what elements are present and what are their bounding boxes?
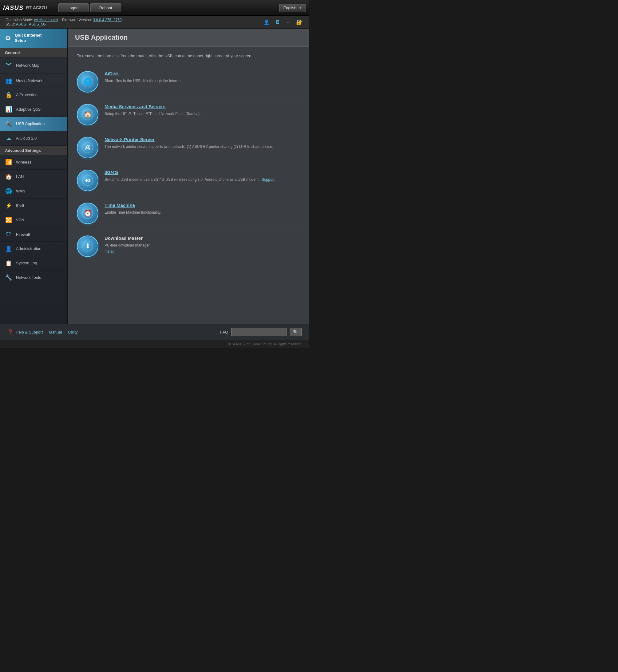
aidisk-desc: Share files in the USB disk through the … — [105, 78, 300, 84]
faq-search-input[interactable] — [231, 328, 287, 336]
faq-label: FAQ — [220, 330, 228, 334]
lan-icon: 🏠 — [5, 174, 12, 180]
time-machine-link[interactable]: Time Machine — [105, 203, 135, 208]
network-tools-icon: 🔧 — [5, 274, 12, 281]
sidebar-label-lan: LAN — [16, 174, 24, 179]
time-machine-icon: ⏰ — [77, 203, 98, 224]
sidebar-item-adaptive-qos[interactable]: 📊 Adaptive QoS — [0, 102, 67, 117]
sidebar-label-vpn: VPN — [16, 218, 24, 222]
sidebar-label-adaptive-qos: Adaptive QoS — [16, 107, 40, 112]
sidebar-item-system-log[interactable]: 📋 System Log — [0, 256, 67, 270]
media-services-link[interactable]: Media Services and Servers — [105, 104, 166, 109]
usb-icon-button[interactable]: 🖥 — [274, 19, 281, 25]
settings-icon-button[interactable]: 🔐 — [295, 19, 303, 26]
sidebar-item-quick-setup[interactable]: ⚙ Quick InternetSetup — [0, 29, 67, 48]
time-machine-details: Time Machine Enable Time Machine functio… — [105, 203, 300, 215]
sidebar-label-ipv6: IPv6 — [16, 203, 24, 208]
operation-mode-value[interactable]: wireless router — [34, 18, 58, 22]
sidebar-item-wireless[interactable]: 📶 Wireless — [0, 155, 67, 170]
media-services-icon: 🏠 — [77, 104, 98, 125]
sidebar-item-aicloud[interactable]: ☁ AiCloud 2.0 — [0, 131, 67, 146]
sidebar-item-ipv6[interactable]: ⚡ IPv6 — [0, 199, 67, 213]
sidebar-item-aiprotection[interactable]: 🔒 AiProtection — [0, 88, 67, 102]
reboot-button[interactable]: Reboot — [90, 3, 121, 12]
language-label: English — [283, 6, 296, 10]
usb-app-item-media-services: 🏠 Media Services and Servers Setup the U… — [77, 98, 300, 131]
manual-link[interactable]: Manual — [49, 330, 62, 334]
printer-link[interactable]: Network Printer Server — [105, 137, 154, 142]
aicloud-icon: ☁ — [5, 135, 12, 142]
language-selector[interactable]: English ▼ — [279, 4, 306, 12]
footer-right: FAQ 🔍 — [220, 328, 302, 336]
sidebar-label-wireless: Wireless — [16, 160, 31, 164]
aidisk-link[interactable]: AiDisk — [105, 71, 119, 76]
sidebar-label-wan: WAN — [16, 189, 25, 193]
content-body: To remove the hard disk from the router,… — [68, 47, 309, 269]
sidebar-label-system-log: System Log — [16, 261, 37, 265]
sidebar-label-usb-application: USB Application — [16, 121, 44, 126]
svg-text:⬇: ⬇ — [85, 242, 90, 250]
status-info: Operation Mode: wireless router Firmware… — [6, 18, 122, 26]
footer: ❓ Help & Support Manual | Utility FAQ 🔍 — [0, 324, 309, 340]
operation-mode-label: Operation Mode: — [6, 18, 33, 22]
system-log-icon: 📋 — [5, 260, 12, 266]
intro-text: To remove the hard disk from the router,… — [77, 53, 300, 58]
3g4g-support-link[interactable]: Support — [262, 178, 275, 182]
usb-app-list: 🌐 AiDisk Share files in the USB disk thr… — [77, 66, 300, 262]
usb-app-item-3g4g: 4G 3G/4G Switch to USB mode to use a 3G/… — [77, 164, 300, 197]
sidebar-label-administration: Administration — [16, 246, 41, 251]
logout-button[interactable]: Logout — [59, 3, 89, 12]
svg-text:🌐: 🌐 — [84, 78, 92, 86]
3g4g-details: 3G/4G Switch to USB mode to use a 3G/4G … — [105, 170, 300, 182]
usb-app-item-aidisk: 🌐 AiDisk Share files in the USB disk thr… — [77, 66, 300, 98]
help-support-link[interactable]: Help & Support — [16, 330, 43, 334]
sidebar-item-firewall[interactable]: 🛡 Firewall — [0, 227, 67, 242]
firmware-value[interactable]: 3.0.0.4.376_2769 — [93, 18, 121, 22]
sidebar-item-guest-network[interactable]: 👥 Guest Network — [0, 74, 67, 88]
download-master-name: Download Master — [105, 235, 143, 241]
aiprotection-icon: 🔒 — [5, 92, 12, 98]
sidebar-label-firewall: Firewall — [16, 232, 30, 237]
wireless-icon: 📶 — [5, 159, 12, 166]
usb-app-item-time-machine: ⏰ Time Machine Enable Time Machine funct… — [77, 197, 300, 230]
main-layout: ⚙ Quick InternetSetup General Network Ma… — [0, 29, 309, 324]
svg-text:4G: 4G — [85, 178, 91, 183]
time-machine-desc: Enable Time Machine functionality. — [105, 210, 300, 215]
svg-text:⏰: ⏰ — [84, 209, 92, 217]
printer-details: Network Printer Server The network print… — [105, 137, 300, 149]
svg-text:🏠: 🏠 — [84, 110, 92, 119]
network-map-icon — [5, 61, 12, 70]
asus-logo: /ASUS — [3, 4, 23, 11]
download-master-icon: ⬇ — [77, 235, 98, 257]
printer-icon: 🖨 — [77, 137, 98, 158]
faq-search-button[interactable]: 🔍 — [290, 328, 302, 336]
ssid-5g[interactable]: ASUS_5G — [29, 22, 46, 26]
administration-icon: 👤 — [5, 245, 12, 252]
3g4g-link[interactable]: 3G/4G — [105, 170, 118, 175]
sidebar-item-network-map[interactable]: Network Map — [0, 58, 67, 74]
adaptive-qos-icon: 📊 — [5, 106, 12, 113]
ssid-2g[interactable]: ASUS — [16, 22, 26, 26]
content-header: USB Application — [68, 29, 309, 47]
copyright-text: 2014 ASUSTeK Computer Inc. All rights re… — [227, 342, 302, 346]
network-icon-button[interactable]: ↔ — [284, 19, 292, 25]
sidebar-item-usb-application[interactable]: 🔌 USB Application — [0, 117, 67, 131]
sidebar-item-lan[interactable]: 🏠 LAN — [0, 170, 67, 184]
footer-left: ❓ Help & Support Manual | Utility — [7, 329, 78, 335]
download-master-install-link[interactable]: Install — [105, 249, 114, 254]
user-icon-button[interactable]: 👤 — [262, 19, 271, 26]
utility-link[interactable]: Utility — [68, 330, 78, 334]
sidebar-item-wan[interactable]: 🌐 WAN — [0, 184, 67, 199]
sidebar-label-network-tools: Network Tools — [16, 275, 41, 280]
sidebar-item-vpn[interactable]: 🔀 VPN — [0, 213, 67, 227]
sidebar-label-network-map: Network Map — [16, 63, 40, 68]
sidebar-item-administration[interactable]: 👤 Administration — [0, 242, 67, 256]
aidisk-details: AiDisk Share files in the USB disk throu… — [105, 71, 300, 84]
ssid-label: SSID: — [6, 22, 15, 26]
content-area: USB Application To remove the hard disk … — [68, 29, 309, 324]
sidebar-item-network-tools[interactable]: 🔧 Network Tools — [0, 270, 67, 285]
svg-rect-2 — [10, 63, 11, 64]
svg-text:🖨: 🖨 — [84, 143, 91, 151]
firewall-icon: 🛡 — [5, 231, 12, 238]
usb-app-item-download-master: ⬇ Download Master PC-free download manag… — [77, 230, 300, 262]
